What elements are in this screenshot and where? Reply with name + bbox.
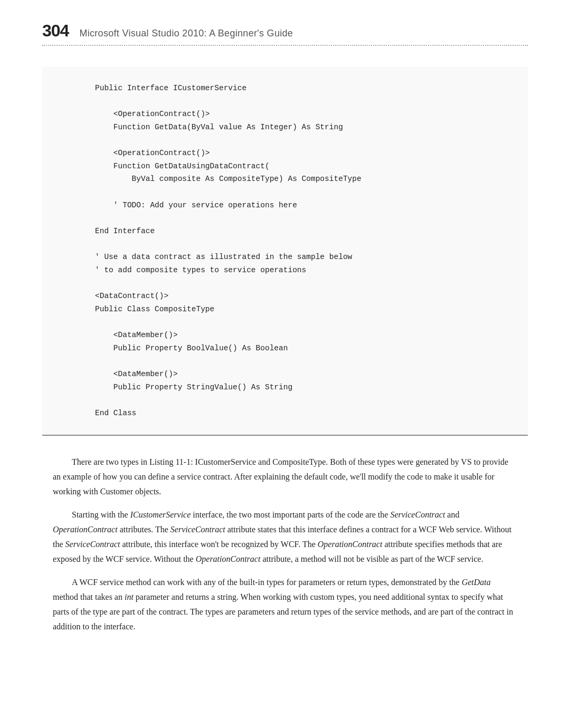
- italic-servicecontract-2: ServiceContract: [170, 525, 225, 534]
- code-block: Public Interface ICustomerService <Opera…: [42, 67, 528, 436]
- italic-operationcontract-2: OperationContract: [318, 540, 383, 549]
- italic-icustomerservice: ICustomerService: [130, 510, 191, 519]
- paragraph-2: Starting with the ICustomerService inter…: [53, 507, 517, 567]
- italic-int: int: [125, 592, 134, 601]
- italic-servicecontract-3: ServiceContract: [65, 540, 120, 549]
- paragraph-3: A WCF service method can work with any o…: [53, 575, 517, 634]
- prose-section: There are two types in Listing 11-1: ICu…: [42, 455, 528, 634]
- page-header: 304 Microsoft Visual Studio 2010: A Begi…: [42, 21, 528, 46]
- italic-operationcontract-1: OperationContract: [53, 525, 118, 534]
- italic-operationcontract-3: OperationContract: [196, 554, 261, 563]
- page-number: 304: [42, 21, 69, 41]
- paragraph-1: There are two types in Listing 11-1: ICu…: [53, 455, 517, 499]
- page-title: Microsoft Visual Studio 2010: A Beginner…: [79, 28, 293, 39]
- page: 304 Microsoft Visual Studio 2010: A Begi…: [0, 0, 570, 728]
- italic-servicecontract-1: ServiceContract: [390, 510, 445, 519]
- italic-getdata: GetData: [462, 578, 491, 587]
